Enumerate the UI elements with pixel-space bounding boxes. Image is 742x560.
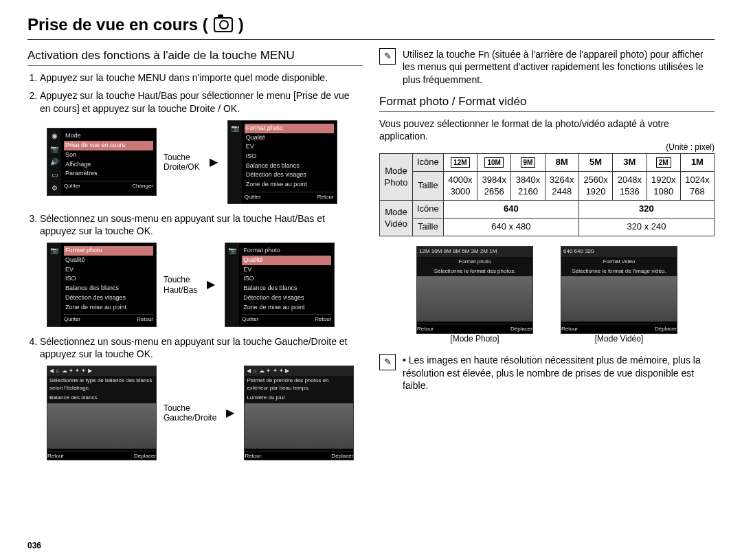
steps-list: Appuyez sur la touche MENU dans n'import… — [40, 71, 363, 115]
arrow-right-icon: ▶ — [223, 406, 237, 421]
steps-list-cont2: Sélectionnez un sous-menu en appuyant su… — [40, 335, 363, 360]
lcd-mode-photo: 12M 10M 9M 8M 5M 3M 2M 1M Format photo S… — [416, 246, 533, 334]
camera-icon — [214, 17, 233, 32]
lcd-menu-sub: 📷 Format photo Qualité EV ISO Balance de… — [227, 120, 337, 204]
key-label-right-ok: Touche Droite/OK — [164, 153, 200, 172]
note-fn-key: ✎ Utilisez la touche Fn (située à l'arri… — [379, 48, 715, 86]
page-number: 036 — [27, 541, 41, 552]
note-icon: ✎ — [379, 48, 396, 65]
note-icon: ✎ — [379, 354, 396, 370]
lcd-submenu-2: 📷 Format photo Qualité EV ISO Balance de… — [225, 243, 335, 326]
step-3: Sélectionnez un sous-menu en appuyant su… — [40, 212, 363, 237]
row-size-label: Taille — [412, 171, 443, 201]
note-resolution: ✎ • Les images en haute résolution néces… — [379, 354, 715, 392]
format-table: Mode Photo Icône 12M 10M 9M 8M 5M 3M 2M … — [379, 153, 715, 236]
step-4: Sélectionnez un sous-menu en appuyant su… — [40, 335, 363, 360]
arrow-right-icon: ▶ — [207, 155, 221, 170]
mode-photo-caption: [Mode Photo] — [416, 334, 533, 345]
page-title: Prise de vue en cours ( ) — [27, 14, 715, 40]
page-title-end: ) — [238, 14, 244, 35]
unit-label: (Unité : pixel) — [379, 142, 715, 153]
row-icon-label: Icône — [412, 153, 443, 171]
right-column: ✎ Utilisez la touche Fn (située à l'arri… — [379, 48, 715, 469]
row-header-photo: Mode Photo — [380, 153, 413, 201]
lcd-submenu-1: 📷 Format photo Qualité EV ISO Balance de… — [47, 243, 157, 326]
note-resolution-text: Les images en haute résolution nécessite… — [403, 355, 701, 390]
figure-row-3: ◀ ☼ ☁ ✦ ✦ ✦ ▶ Sélectionne le type de bal… — [47, 366, 363, 460]
section-menu-activation: Activation des fonctions à l'aide de la … — [27, 48, 363, 66]
figure-row-2: 📷 Format photo Qualité EV ISO Balance de… — [47, 243, 363, 326]
lcd-menu-main: ◉📷🔊▭⚙ Mode Prise de vue en cours Son Aff… — [47, 128, 157, 196]
step-1: Appuyez sur la touche MENU dans n'import… — [40, 71, 363, 84]
note-fn-text: Utilisez la touche Fn (située à l'arrièr… — [403, 48, 715, 86]
lcd-wb-1: ◀ ☼ ☁ ✦ ✦ ✦ ▶ Sélectionne le type de bal… — [47, 366, 157, 460]
page-title-text: Prise de vue en cours ( — [27, 14, 208, 35]
mode-video-caption: [Mode Vidéo] — [561, 334, 677, 345]
lcd-wb-2: ◀ ☼ ☁ ✦ ✦ ✦ ▶ Permet de prendre des phot… — [244, 366, 354, 460]
left-column: Activation des fonctions à l'aide de la … — [27, 48, 363, 469]
key-label-left-right: Touche Gauche/Droite — [164, 403, 216, 423]
format-intro: Vous pouvez sélectionner le format de la… — [379, 117, 715, 142]
arrow-right-icon: ▶ — [204, 278, 218, 292]
steps-list-cont: Sélectionnez un sous-menu en appuyant su… — [40, 212, 363, 237]
section-format: Format photo / Format vidéo — [379, 94, 715, 112]
lcd-mode-video: 640 640 320 Format vidéo Sélectionne le … — [561, 246, 677, 334]
figure-row-1: ◉📷🔊▭⚙ Mode Prise de vue en cours Son Aff… — [47, 120, 363, 204]
mode-figures: 12M 10M 9M 8M 5M 3M 2M 1M Format photo S… — [379, 246, 715, 344]
row-header-video: Mode Vidéo — [380, 201, 413, 236]
key-label-up-down: Touche Haut/Bas — [164, 275, 197, 295]
step-2: Appuyez sur la touche Haut/Bas pour séle… — [40, 89, 363, 114]
